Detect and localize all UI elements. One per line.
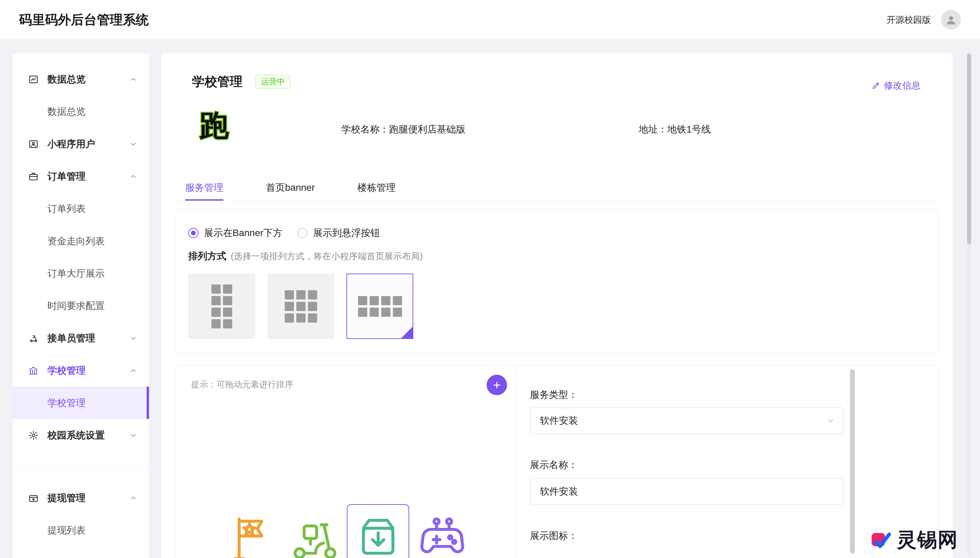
school-name: 学校名称：跑腿便利店基础版 (341, 123, 465, 136)
page-scrollbar-thumb[interactable] (967, 54, 971, 244)
sidebar-item-campus-system-settings[interactable]: 校园系统设置 (13, 419, 149, 451)
selected-corner-mark (401, 327, 413, 339)
sidebar-item-withdraw-management[interactable]: 提现管理 (13, 482, 149, 514)
school-icon (28, 365, 39, 376)
edit-info-label: 修改信息 (884, 79, 921, 92)
sidebar-subitem-time-requirement-config[interactable]: 时间要求配置 (13, 290, 149, 322)
sidebar-subitem-funds-flow-list[interactable]: 资金走向列表 (13, 225, 149, 257)
sidebar-subitem-label: 订单大厅展示 (48, 267, 105, 280)
display-position-radios: 展示在Banner下方 展示到悬浮按钮 (188, 226, 380, 240)
tab-service-management[interactable]: 服务管理 (185, 175, 223, 200)
form-scrollbar[interactable] (850, 369, 855, 553)
content-area: 数据总览 数据总览 小程序用户 (0, 40, 980, 558)
sidebar-subitem-label: 数据总览 (48, 105, 86, 118)
grid-3col-preview (285, 290, 317, 323)
pencil-icon (871, 81, 880, 90)
sidebar-subitem-label: 学校管理 (48, 397, 86, 409)
radio-float-button[interactable]: 展示到悬浮按钮 (297, 226, 380, 240)
panel-divider (516, 366, 517, 558)
page-title: 学校管理 (192, 73, 242, 90)
edit-info-link[interactable]: 修改信息 (871, 79, 921, 92)
sidebar-menu: 数据总览 数据总览 小程序用户 (13, 63, 149, 547)
service-type-select[interactable]: 软件安装 (530, 407, 843, 434)
status-badge: 运营中 (255, 75, 290, 89)
radio-banner-below-label: 展示在Banner下方 (204, 226, 282, 240)
sidebar-divider (13, 466, 149, 467)
sidebar-subitem-order-list[interactable]: 订单列表 (13, 192, 149, 225)
dashboard-icon (28, 74, 39, 85)
user-icon (945, 14, 957, 26)
sidebar-subitem-withdraw-list[interactable]: 提现列表 (13, 514, 149, 547)
service-type-value: 软件安装 (540, 414, 578, 427)
sidebar-item-data-overview[interactable]: 数据总览 (13, 63, 149, 95)
watermark: 灵锡网 (870, 527, 958, 553)
chevron-up-icon (129, 75, 137, 84)
radio-unselected-icon (297, 228, 308, 238)
radio-selected-icon (188, 228, 198, 238)
chevron-down-icon (129, 140, 137, 148)
delivery-icon (28, 333, 39, 344)
display-name-label: 展示名称： (530, 458, 578, 471)
page-scrollbar[interactable] (967, 54, 971, 555)
radio-banner-below[interactable]: 展示在Banner下方 (188, 226, 282, 240)
wallet-icon (28, 492, 39, 504)
sidebar-item-miniprogram-users[interactable]: 小程序用户 (13, 128, 149, 160)
sidebar-item-label: 提现管理 (48, 492, 86, 504)
chevron-up-icon (129, 494, 137, 502)
users-icon (28, 139, 39, 149)
school-address-value: 地铁1号线 (667, 124, 711, 135)
game-controller-icon[interactable] (415, 509, 469, 558)
arrange-title: 排列方式 (188, 251, 226, 261)
chevron-up-icon (129, 172, 137, 181)
tab-building-management[interactable]: 楼栋管理 (357, 175, 395, 200)
sidebar-subitem-label: 订单列表 (48, 202, 86, 215)
flag-icon[interactable] (224, 511, 279, 558)
school-address: 地址：地铁1号线 (639, 123, 711, 136)
service-sort-panel: 提示：可拖动元素进行排序 + 服务类型： 软件安装 (176, 366, 939, 558)
drag-sort-tip: 提示：可拖动元素进行排序 (191, 379, 293, 390)
school-address-label: 地址： (639, 124, 667, 135)
scooter-icon[interactable] (287, 509, 342, 558)
gear-icon (28, 430, 39, 441)
sidebar-item-label: 订单管理 (48, 170, 86, 183)
display-settings-panel: 展示在Banner下方 展示到悬浮按钮 排列方式 (选择一项排列方式，将在小程序… (176, 210, 939, 354)
tab-home-banner[interactable]: 首页banner (266, 175, 315, 200)
select-chevron-icon (825, 415, 836, 426)
sidebar-subitem-label: 资金走向列表 (48, 235, 105, 248)
sidebar-subitem-order-hall-display[interactable]: 订单大厅展示 (13, 257, 149, 290)
main-card: 学校管理 运营中 修改信息 跑 学校名称：跑腿便利店基础版 地址：地铁1号线 (161, 54, 953, 558)
tab-label: 服务管理 (185, 181, 223, 194)
school-name-value: 跑腿便利店基础版 (389, 124, 465, 135)
version-label: 开源校园版 (886, 14, 931, 26)
sidebar-item-school-management[interactable]: 学校管理 (13, 354, 149, 387)
add-service-button[interactable]: + (487, 375, 507, 395)
layout-option-3col[interactable] (267, 274, 334, 339)
sidebar-subitem-data-overview[interactable]: 数据总览 (13, 95, 149, 128)
sidebar-item-label: 接单员管理 (48, 332, 95, 345)
app-root: 码里码外后台管理系统 开源校园版 数据总览 (0, 0, 980, 558)
watermark-text: 灵锡网 (897, 527, 958, 553)
layout-option-4col[interactable] (346, 274, 413, 339)
grid-2col-preview (211, 284, 232, 328)
service-type-label: 服务类型： (530, 388, 578, 401)
school-logo: 跑 (199, 111, 229, 140)
user-avatar[interactable] (941, 10, 961, 30)
display-name-input[interactable] (530, 478, 843, 505)
arrange-row: 排列方式 (选择一项排列方式，将在小程序端首页展示布局) (188, 250, 423, 263)
school-logo-char: 跑 (199, 109, 229, 142)
app-title: 码里码外后台管理系统 (19, 11, 149, 29)
arrange-hint: (选择一项排列方式，将在小程序端首页展示布局) (231, 251, 422, 261)
layout-option-2col[interactable] (188, 274, 255, 339)
sidebar-item-label: 数据总览 (48, 73, 86, 86)
page-head: 学校管理 运营中 (192, 73, 290, 90)
sidebar-item-order-management[interactable]: 订单管理 (13, 160, 149, 192)
tab-label: 楼栋管理 (357, 181, 395, 194)
watermark-logo-icon (870, 529, 892, 551)
install-box-selected-item[interactable] (347, 504, 409, 558)
install-box-icon (351, 509, 405, 558)
sidebar-item-label: 校园系统设置 (48, 429, 105, 442)
school-name-label: 学校名称： (341, 124, 389, 135)
sidebar-item-courier-management[interactable]: 接单员管理 (13, 322, 149, 354)
sidebar-subitem-school-management[interactable]: 学校管理 (13, 387, 149, 419)
top-header: 码里码外后台管理系统 开源校园版 (0, 0, 980, 40)
